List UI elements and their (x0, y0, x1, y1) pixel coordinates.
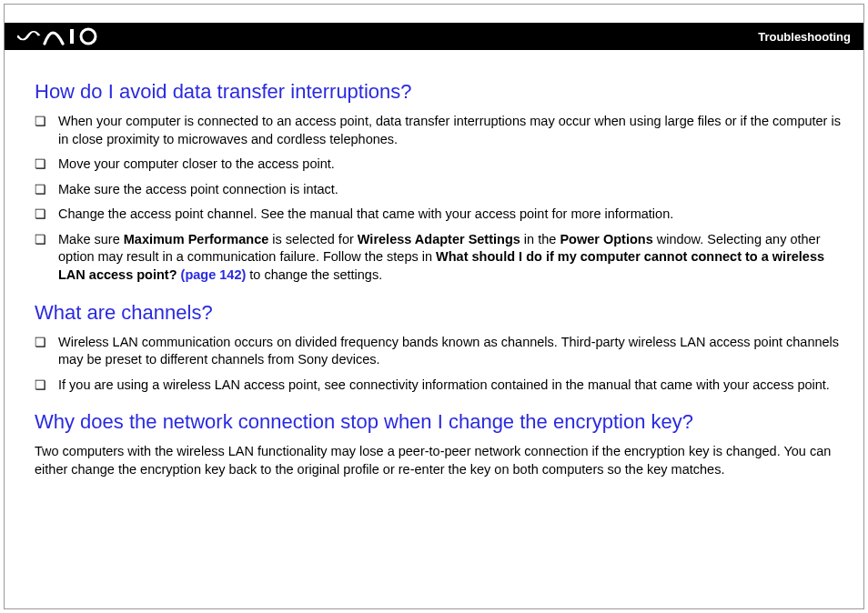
list-item: Wireless LAN communication occurs on div… (35, 334, 841, 369)
svg-point-1 (81, 29, 96, 44)
text: Make sure (58, 232, 124, 246)
bold-text: Maximum Performance (124, 232, 269, 246)
svg-rect-0 (70, 29, 74, 44)
text: is selected for (268, 232, 358, 246)
list-item: Move your computer closer to the access … (35, 156, 841, 174)
text: to change the settings. (246, 267, 382, 282)
list-avoid-interruptions: When your computer is connected to an ac… (35, 113, 841, 285)
page-content: How do I avoid data transfer interruptio… (35, 64, 841, 486)
list-item: Make sure Maximum Performance is selecte… (35, 231, 841, 285)
bold-text: Wireless Adapter Settings (358, 232, 520, 246)
list-item: Make sure the access point connection is… (35, 181, 841, 199)
bold-text: Power Options (560, 232, 652, 246)
text: in the (520, 232, 560, 246)
heading-avoid-interruptions: How do I avoid data transfer interruptio… (35, 80, 841, 104)
header-bar: Troubleshooting (5, 23, 863, 50)
body-text: Two computers with the wireless LAN func… (35, 443, 841, 478)
heading-channels: What are channels? (35, 301, 841, 325)
section-label: Troubleshooting (758, 30, 851, 44)
vaio-logo (17, 27, 101, 45)
list-item: If you are using a wireless LAN access p… (35, 377, 841, 395)
list-item: When your computer is connected to an ac… (35, 113, 841, 148)
heading-encryption-key: Why does the network connection stop whe… (35, 410, 841, 434)
list-item: Change the access point channel. See the… (35, 206, 841, 224)
page-ref-link[interactable]: (page 142) (177, 267, 247, 282)
list-channels: Wireless LAN communication occurs on div… (35, 334, 841, 395)
